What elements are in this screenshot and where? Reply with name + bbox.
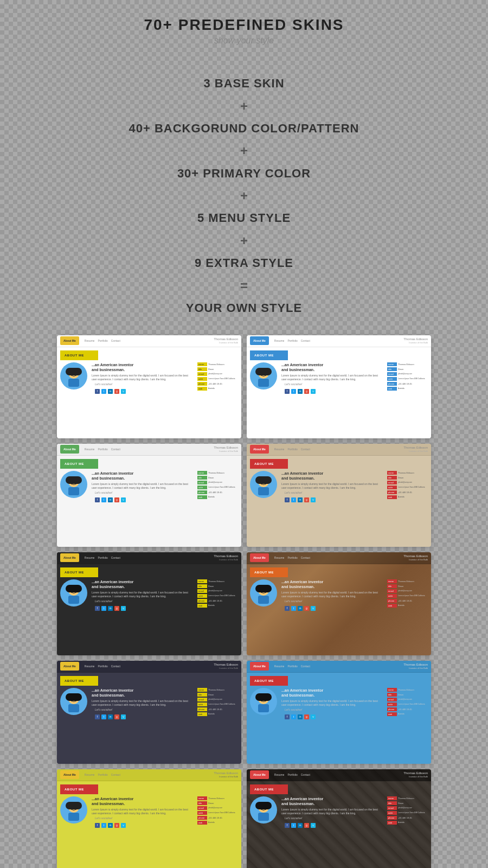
avatar bbox=[250, 579, 277, 607]
avatar bbox=[60, 688, 87, 715]
nav-name: Thomas EdissonInventor of the Bulb bbox=[403, 771, 428, 778]
text-content: ...an American inventorand businessman. … bbox=[92, 688, 193, 722]
card-content: ...an American inventorand businessman. … bbox=[57, 471, 241, 507]
skin-card-3: About Me Resume Portfolio Contact Thomas… bbox=[57, 444, 241, 547]
about-banner: ABOUT ME bbox=[60, 567, 98, 577]
twitter-icon: t bbox=[101, 389, 106, 394]
hero-subtext: Lorem Ipsum is simply dummy text for the… bbox=[92, 374, 193, 381]
nav-link: Resume bbox=[85, 665, 95, 668]
facebook-icon: f bbox=[285, 606, 290, 611]
nav-link: Resume bbox=[274, 339, 285, 342]
linkedin-icon: in bbox=[108, 714, 113, 719]
svg-rect-14 bbox=[66, 476, 82, 484]
google-icon: g bbox=[114, 714, 119, 719]
nav-link: Portfolio bbox=[287, 448, 297, 451]
skin-card-6: About Me Resume Portfolio Contact Thomas… bbox=[247, 552, 431, 655]
nav-link: Portfolio bbox=[98, 773, 107, 776]
hero-text: ...an American inventorand businessman. bbox=[281, 362, 383, 372]
text-content: ...an American inventorand businessman. … bbox=[281, 579, 383, 613]
about-banner: ABOUT ME bbox=[250, 676, 288, 686]
hero-text: ...an American inventorand businessman. bbox=[281, 471, 383, 481]
nav-link: Contact bbox=[301, 665, 310, 668]
vimeo-icon: v bbox=[311, 823, 316, 828]
feature-line-1: 3 BASE SKIN bbox=[129, 73, 359, 94]
nav-tab-10: About Me bbox=[250, 770, 269, 779]
svg-rect-16 bbox=[258, 487, 269, 495]
lets-meetup: Let's socialise! bbox=[285, 708, 380, 711]
feature-line-4: 5 MENU STYLE bbox=[129, 207, 359, 229]
nav-name: Thomas EdissonInventor of the Bulb bbox=[214, 771, 238, 778]
info-panel: nameThomas Edisson titleDesm emailjohnde… bbox=[197, 688, 238, 722]
facebook-icon: f bbox=[285, 497, 290, 502]
google-icon: g bbox=[304, 823, 309, 828]
twitter-icon: t bbox=[101, 823, 106, 828]
svg-rect-49 bbox=[255, 802, 272, 809]
social-bar: f t in g v bbox=[92, 495, 193, 505]
hero-text: ...an American inventorand businessman. bbox=[92, 688, 193, 698]
nav-link: Portfolio bbox=[98, 448, 107, 451]
nav-tab-2: About Me bbox=[250, 336, 269, 345]
text-content: ...an American inventorand businessman. … bbox=[281, 471, 383, 505]
twitter-icon: t bbox=[291, 714, 296, 719]
card-content: ...an American inventorand businessman. … bbox=[247, 579, 431, 615]
svg-rect-29 bbox=[255, 585, 272, 592]
lets-meetup: Let's socialise! bbox=[285, 816, 380, 820]
hero-subtext: Lorem Ipsum is simply dummy text for the… bbox=[92, 808, 193, 815]
skin-card-10: About Me Resume Portfolio Contact Thomas… bbox=[247, 769, 431, 869]
nav-link: Contact bbox=[111, 448, 120, 451]
text-content: ...an American inventorand businessman. … bbox=[281, 362, 383, 396]
skin-grid: About Me Resume Portfolio Contact Thomas… bbox=[49, 335, 439, 869]
avatar bbox=[250, 362, 277, 390]
about-banner: ABOUT ME bbox=[250, 567, 288, 577]
about-banner: ABOUT ME bbox=[60, 784, 98, 794]
vimeo-icon: v bbox=[121, 389, 126, 394]
facebook-icon: f bbox=[95, 497, 100, 502]
card-content: ...an American inventorand businessman. … bbox=[57, 688, 241, 724]
plus-1: + bbox=[129, 94, 359, 118]
nav-link: Resume bbox=[85, 339, 95, 342]
social-bar: f t in g v bbox=[281, 495, 383, 505]
linkedin-icon: in bbox=[298, 606, 303, 611]
nav-link: Contact bbox=[111, 773, 120, 776]
equals: = bbox=[129, 274, 359, 297]
linkedin-icon: in bbox=[108, 606, 113, 611]
facebook-icon: f bbox=[285, 823, 290, 828]
nav-link: Resume bbox=[274, 773, 285, 776]
features-section: 3 BASE SKIN + 40+ BACKGORUND COLOR/PATTE… bbox=[129, 73, 359, 319]
social-bar: f t in g v bbox=[92, 821, 193, 830]
linkedin-icon: in bbox=[298, 823, 303, 828]
hero-text: ...an American inventorand businessman. bbox=[92, 579, 193, 589]
nav-link: Resume bbox=[274, 665, 285, 668]
text-content: ...an American inventorand businessman. … bbox=[281, 796, 383, 830]
nav-name: Thomas EdissonInventor of the Bulb bbox=[214, 554, 238, 561]
svg-rect-26 bbox=[258, 596, 269, 604]
about-banner: ABOUT ME bbox=[60, 676, 98, 686]
skin-card-1: About Me Resume Portfolio Contact Thomas… bbox=[57, 335, 241, 438]
nav-link: Portfolio bbox=[287, 665, 297, 668]
nav-link: Contact bbox=[111, 339, 120, 342]
nav-link: Resume bbox=[85, 556, 95, 559]
lets-meetup: Let's socialise! bbox=[95, 491, 190, 494]
nav-link: Portfolio bbox=[287, 773, 297, 776]
google-icon: g bbox=[114, 497, 119, 502]
about-banner: ABOUT ME bbox=[250, 784, 288, 794]
linkedin-icon: in bbox=[298, 497, 303, 502]
hero-subtext: Lorem Ipsum is simply dummy text for the… bbox=[92, 482, 193, 490]
facebook-icon: f bbox=[95, 606, 100, 611]
nav-link: Resume bbox=[274, 448, 285, 451]
feature-line-3: 30+ PRIMARY COLOR bbox=[129, 163, 359, 184]
avatar bbox=[60, 471, 87, 498]
info-panel: nameThomas Edisson titleDesm emailjohnde… bbox=[387, 688, 428, 722]
vimeo-icon: v bbox=[121, 606, 126, 611]
nav-link: Contact bbox=[301, 448, 310, 451]
hero-subtext: Lorem Ipsum is simply dummy text for the… bbox=[281, 808, 383, 815]
svg-rect-11 bbox=[68, 487, 79, 495]
info-panel: nameThomas Edisson titleDesm emailjohnde… bbox=[387, 471, 428, 505]
text-content: ...an American inventorand businessman. … bbox=[92, 796, 193, 830]
feature-line-2: 40+ BACKGORUND COLOR/PATTERN bbox=[129, 118, 359, 139]
avatar bbox=[250, 796, 277, 824]
nav-tab-4: About Me bbox=[250, 445, 269, 454]
hero-text: ...an American inventorand businessman. bbox=[281, 796, 383, 806]
avatar bbox=[250, 471, 277, 498]
hero-subtext: Lorem Ipsum is simply dummy text for the… bbox=[281, 591, 383, 598]
